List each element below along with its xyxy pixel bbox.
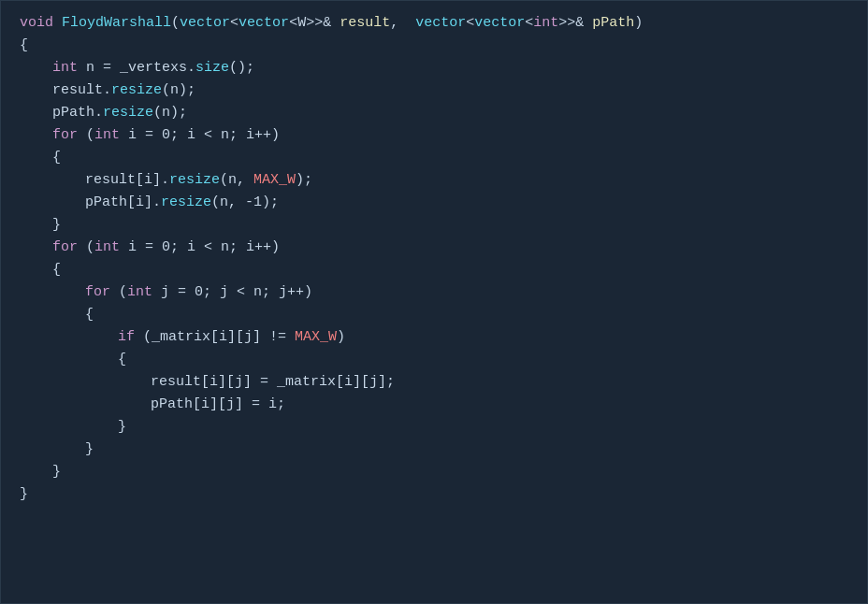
code-token: <	[230, 12, 239, 35]
code-token: resize	[161, 192, 211, 214]
code-line: for (int i = 0; i < n; i++)	[1, 124, 867, 147]
code-token: }	[20, 483, 28, 506]
code-token: for	[52, 124, 78, 147]
code-line: result.resize(n);	[1, 79, 867, 102]
code-token: int	[52, 57, 78, 79]
code-token: [i]	[127, 192, 152, 214]
code-token: (_matrix[i][j] !=	[135, 326, 295, 349]
code-token	[53, 12, 62, 35]
code-token: i = 0; i < n; i++)	[120, 124, 280, 147]
code-token: ()	[229, 57, 246, 79]
code-token: )	[634, 12, 643, 35]
code-token: (n, -1)	[211, 192, 270, 214]
code-line: for (int j = 0; j < n; j++)	[1, 281, 867, 304]
code-token: int	[533, 12, 558, 35]
code-token: result	[151, 371, 201, 394]
code-token: ;	[277, 394, 285, 416]
code-token: ;	[179, 102, 187, 124]
code-line: result[i].resize(n, MAX_W);	[1, 169, 867, 192]
code-token: void	[20, 12, 53, 35]
code-token: &	[323, 12, 331, 35]
code-token: pPath	[85, 192, 127, 214]
code-token: vector	[415, 12, 466, 35]
code-token: FloydWarshall	[62, 12, 171, 35]
code-token: (n)	[153, 102, 179, 124]
code-token: <	[289, 12, 297, 35]
code-token: ;	[304, 169, 312, 192]
code-line: {	[1, 304, 867, 326]
code-token: .	[94, 102, 103, 124]
code-container: void FloydWarshall(vector<vector<W>>& re…	[0, 0, 868, 604]
code-token: for	[85, 281, 110, 304]
code-token: (	[78, 124, 94, 147]
code-line: void FloydWarshall(vector<vector<W>>& re…	[1, 12, 867, 35]
code-token: W	[297, 12, 306, 35]
code-token: pPath	[151, 394, 193, 416]
code-token: {	[52, 259, 61, 281]
code-token: {	[85, 304, 94, 326]
code-token: }	[52, 461, 61, 483]
code-token: result	[52, 79, 103, 102]
code-token: (n)	[162, 79, 187, 102]
code-token: for	[52, 237, 78, 259]
code-token: }	[118, 416, 126, 439]
code-line: {	[1, 147, 867, 169]
code-token: resize	[169, 169, 220, 192]
code-token: vector	[180, 12, 230, 35]
code-token: ;	[386, 371, 395, 394]
code-token: size	[195, 57, 229, 79]
code-token: result	[85, 169, 136, 192]
code-line: if (_matrix[i][j] != MAX_W)	[1, 326, 867, 349]
code-line: pPath[i].resize(n, -1);	[1, 192, 867, 214]
code-token: (	[110, 281, 127, 304]
code-token: ;	[187, 79, 195, 102]
code-token: vector	[239, 12, 289, 35]
code-token: {	[118, 349, 126, 371]
code-token: int	[94, 124, 120, 147]
code-token: }	[85, 439, 94, 461]
code-token: vector	[474, 12, 525, 35]
code-token: }	[52, 214, 61, 237]
code-token: n = _vertexs	[78, 57, 187, 79]
code-block: void FloydWarshall(vector<vector<W>>& re…	[1, 12, 867, 506]
code-line: result[i][j] = _matrix[i][j];	[1, 371, 867, 394]
code-token: )	[296, 169, 304, 192]
code-line: }	[1, 461, 867, 483]
code-token: [i][j] = i	[193, 394, 277, 416]
code-token: [i]	[136, 169, 161, 192]
code-token: .	[103, 79, 111, 102]
code-token: {	[20, 35, 28, 57]
code-token: )	[337, 326, 345, 349]
code-line: }	[1, 439, 867, 461]
code-token: pPath	[52, 102, 94, 124]
code-line: {	[1, 349, 867, 371]
code-token: (	[171, 12, 180, 35]
code-token: if	[118, 326, 135, 349]
code-line: }	[1, 214, 867, 237]
code-token: [i][j] = _matrix[i][j]	[201, 371, 386, 394]
code-token: j = 0; j < n; j++)	[152, 281, 312, 304]
code-token: result	[331, 12, 390, 35]
code-token: >>	[558, 12, 575, 35]
code-line: int n = _vertexs.size();	[1, 57, 867, 79]
code-token: pPath	[584, 12, 634, 35]
code-line: {	[1, 259, 867, 281]
code-token: i = 0; i < n; i++)	[120, 237, 280, 259]
code-token: ;	[246, 57, 254, 79]
code-token: resize	[103, 102, 153, 124]
code-line: }	[1, 416, 867, 439]
code-line: pPath[i][j] = i;	[1, 394, 867, 416]
code-token: .	[161, 169, 169, 192]
code-token: <	[466, 12, 474, 35]
code-line: pPath.resize(n);	[1, 102, 867, 124]
code-token: int	[94, 237, 120, 259]
code-token: <	[525, 12, 533, 35]
code-token: int	[127, 281, 152, 304]
code-line: }	[1, 483, 867, 506]
code-token: MAX_W	[253, 169, 296, 192]
code-token: {	[52, 147, 61, 169]
code-line: {	[1, 35, 867, 57]
code-token: >>	[306, 12, 323, 35]
code-token: ,	[390, 12, 415, 35]
code-token: MAX_W	[295, 326, 337, 349]
